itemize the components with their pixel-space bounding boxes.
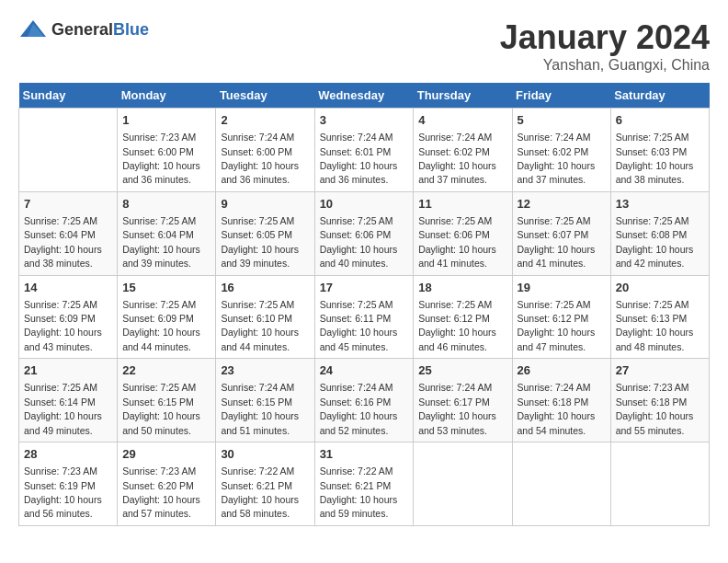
day-info: Sunrise: 7:25 AM Sunset: 6:10 PM Dayligh… (221, 299, 299, 352)
day-number: 23 (221, 362, 309, 379)
day-cell: 21Sunrise: 7:25 AM Sunset: 6:14 PM Dayli… (19, 359, 118, 442)
day-cell (414, 442, 512, 526)
day-info: Sunrise: 7:25 AM Sunset: 6:08 PM Dayligh… (616, 215, 694, 269)
day-number: 28 (24, 446, 112, 463)
logo-general: General (51, 20, 113, 39)
header-day-friday: Friday (512, 83, 610, 109)
day-cell (19, 109, 118, 192)
month-title: January 2024 (500, 18, 710, 57)
week-row-2: 7Sunrise: 7:25 AM Sunset: 6:04 PM Daylig… (19, 191, 710, 275)
day-info: Sunrise: 7:25 AM Sunset: 6:05 PM Dayligh… (221, 215, 299, 269)
day-cell: 16Sunrise: 7:25 AM Sunset: 6:10 PM Dayli… (216, 275, 314, 359)
header-day-sunday: Sunday (19, 83, 118, 109)
day-cell: 7Sunrise: 7:25 AM Sunset: 6:04 PM Daylig… (19, 191, 118, 275)
day-info: Sunrise: 7:25 AM Sunset: 6:13 PM Dayligh… (616, 299, 694, 352)
day-cell: 14Sunrise: 7:25 AM Sunset: 6:09 PM Dayli… (19, 275, 118, 359)
day-info: Sunrise: 7:25 AM Sunset: 6:09 PM Dayligh… (24, 299, 102, 352)
day-info: Sunrise: 7:25 AM Sunset: 6:03 PM Dayligh… (616, 132, 694, 185)
day-number: 8 (122, 196, 210, 213)
day-cell: 24Sunrise: 7:24 AM Sunset: 6:16 PM Dayli… (314, 359, 414, 442)
day-info: Sunrise: 7:24 AM Sunset: 6:16 PM Dayligh… (320, 382, 398, 435)
day-info: Sunrise: 7:25 AM Sunset: 6:06 PM Dayligh… (320, 215, 398, 269)
header: GeneralBlue January 2024 Yanshan, Guangx… (18, 18, 710, 74)
day-number: 22 (122, 362, 210, 379)
day-info: Sunrise: 7:24 AM Sunset: 6:00 PM Dayligh… (221, 132, 299, 185)
header-day-tuesday: Tuesday (216, 83, 314, 109)
day-cell: 13Sunrise: 7:25 AM Sunset: 6:08 PM Dayli… (610, 191, 709, 275)
day-number: 9 (221, 196, 309, 213)
location-title: Yanshan, Guangxi, China (500, 57, 710, 74)
day-number: 19 (518, 280, 606, 296)
day-number: 25 (418, 362, 506, 379)
day-cell: 4Sunrise: 7:24 AM Sunset: 6:02 PM Daylig… (414, 109, 512, 192)
logo: GeneralBlue (18, 18, 149, 40)
day-number: 6 (616, 112, 704, 129)
day-cell: 15Sunrise: 7:25 AM Sunset: 6:09 PM Dayli… (118, 275, 216, 359)
day-info: Sunrise: 7:25 AM Sunset: 6:14 PM Dayligh… (24, 382, 102, 435)
day-number: 2 (221, 112, 309, 129)
calendar-table: SundayMondayTuesdayWednesdayThursdayFrid… (18, 83, 710, 526)
week-row-1: 1Sunrise: 7:23 AM Sunset: 6:00 PM Daylig… (19, 109, 710, 192)
day-cell: 29Sunrise: 7:23 AM Sunset: 6:20 PM Dayli… (118, 442, 216, 526)
day-number: 1 (122, 112, 210, 129)
day-cell (610, 442, 709, 526)
header-day-wednesday: Wednesday (314, 83, 414, 109)
day-cell: 2Sunrise: 7:24 AM Sunset: 6:00 PM Daylig… (216, 109, 314, 192)
week-row-3: 14Sunrise: 7:25 AM Sunset: 6:09 PM Dayli… (19, 275, 710, 359)
days-header-row: SundayMondayTuesdayWednesdayThursdayFrid… (19, 83, 710, 109)
day-cell: 17Sunrise: 7:25 AM Sunset: 6:11 PM Dayli… (314, 275, 414, 359)
day-info: Sunrise: 7:23 AM Sunset: 6:20 PM Dayligh… (122, 465, 200, 519)
day-cell: 3Sunrise: 7:24 AM Sunset: 6:01 PM Daylig… (314, 109, 414, 192)
day-cell: 5Sunrise: 7:24 AM Sunset: 6:02 PM Daylig… (512, 109, 610, 192)
day-info: Sunrise: 7:25 AM Sunset: 6:07 PM Dayligh… (518, 215, 596, 269)
day-cell: 10Sunrise: 7:25 AM Sunset: 6:06 PM Dayli… (314, 191, 414, 275)
day-number: 26 (518, 362, 606, 379)
day-cell: 25Sunrise: 7:24 AM Sunset: 6:17 PM Dayli… (414, 359, 512, 442)
day-number: 3 (320, 112, 409, 129)
day-cell: 9Sunrise: 7:25 AM Sunset: 6:05 PM Daylig… (216, 191, 314, 275)
day-number: 12 (518, 196, 606, 213)
day-cell: 27Sunrise: 7:23 AM Sunset: 6:18 PM Dayli… (610, 359, 709, 442)
week-row-5: 28Sunrise: 7:23 AM Sunset: 6:19 PM Dayli… (19, 442, 710, 526)
day-info: Sunrise: 7:24 AM Sunset: 6:15 PM Dayligh… (221, 382, 299, 435)
header-day-thursday: Thursday (414, 83, 512, 109)
day-number: 20 (616, 280, 704, 296)
day-number: 17 (320, 280, 409, 296)
day-cell: 28Sunrise: 7:23 AM Sunset: 6:19 PM Dayli… (19, 442, 118, 526)
day-cell: 18Sunrise: 7:25 AM Sunset: 6:12 PM Dayli… (414, 275, 512, 359)
day-info: Sunrise: 7:24 AM Sunset: 6:02 PM Dayligh… (418, 132, 496, 185)
day-cell: 30Sunrise: 7:22 AM Sunset: 6:21 PM Dayli… (216, 442, 314, 526)
day-number: 13 (616, 196, 704, 213)
day-number: 14 (24, 280, 112, 296)
title-area: January 2024 Yanshan, Guangxi, China (500, 18, 710, 74)
day-number: 4 (418, 112, 506, 129)
logo-blue: Blue (113, 20, 149, 39)
day-info: Sunrise: 7:24 AM Sunset: 6:17 PM Dayligh… (418, 382, 496, 435)
day-info: Sunrise: 7:23 AM Sunset: 6:18 PM Dayligh… (616, 382, 694, 435)
day-number: 15 (122, 280, 210, 296)
day-info: Sunrise: 7:25 AM Sunset: 6:04 PM Dayligh… (122, 215, 200, 269)
day-number: 10 (320, 196, 409, 213)
day-cell (512, 442, 610, 526)
day-number: 24 (320, 362, 409, 379)
day-info: Sunrise: 7:25 AM Sunset: 6:09 PM Dayligh… (122, 299, 200, 352)
day-info: Sunrise: 7:23 AM Sunset: 6:00 PM Dayligh… (122, 132, 200, 185)
day-cell: 26Sunrise: 7:24 AM Sunset: 6:18 PM Dayli… (512, 359, 610, 442)
day-number: 21 (24, 362, 112, 379)
day-cell: 11Sunrise: 7:25 AM Sunset: 6:06 PM Dayli… (414, 191, 512, 275)
logo-text: GeneralBlue (51, 20, 149, 40)
day-cell: 23Sunrise: 7:24 AM Sunset: 6:15 PM Dayli… (216, 359, 314, 442)
header-day-monday: Monday (118, 83, 216, 109)
day-info: Sunrise: 7:25 AM Sunset: 6:04 PM Dayligh… (24, 215, 102, 269)
logo-icon (18, 18, 48, 40)
day-info: Sunrise: 7:22 AM Sunset: 6:21 PM Dayligh… (221, 465, 299, 519)
day-info: Sunrise: 7:25 AM Sunset: 6:11 PM Dayligh… (320, 299, 398, 352)
day-number: 31 (320, 446, 409, 463)
day-cell: 31Sunrise: 7:22 AM Sunset: 6:21 PM Dayli… (314, 442, 414, 526)
day-number: 5 (518, 112, 606, 129)
day-cell: 8Sunrise: 7:25 AM Sunset: 6:04 PM Daylig… (118, 191, 216, 275)
day-number: 16 (221, 280, 309, 296)
day-number: 18 (418, 280, 506, 296)
day-info: Sunrise: 7:25 AM Sunset: 6:06 PM Dayligh… (418, 215, 496, 269)
day-cell: 20Sunrise: 7:25 AM Sunset: 6:13 PM Dayli… (610, 275, 709, 359)
